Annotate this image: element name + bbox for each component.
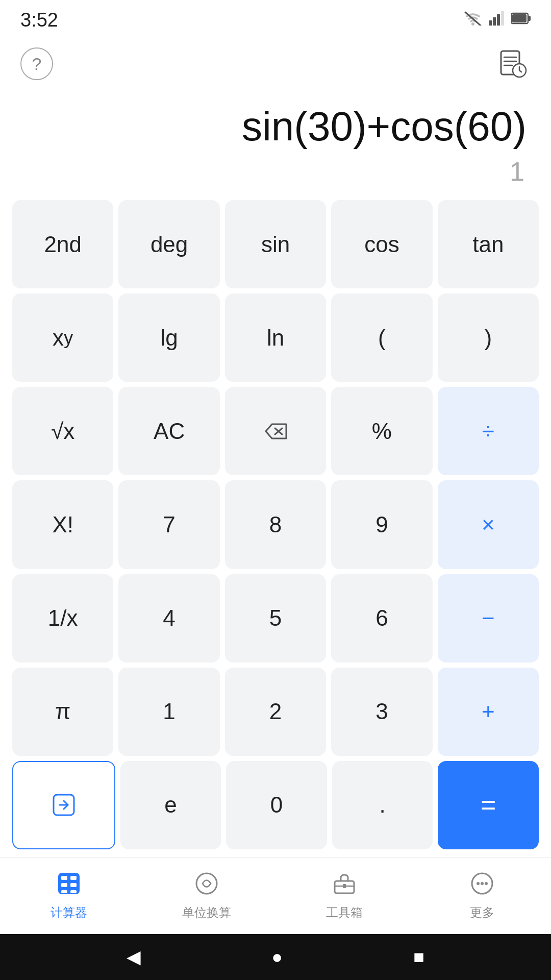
key-5[interactable]: 5 [225, 574, 326, 663]
key-0[interactable]: 0 [226, 761, 327, 849]
nav-calculator-label: 计算器 [51, 904, 87, 921]
key-9[interactable]: 9 [331, 480, 432, 569]
keypad: 2nd deg sin cos tan xy lg ln ( ) √x AC %… [0, 192, 551, 857]
nav-more-label: 更多 [470, 904, 494, 921]
nav-more[interactable]: 更多 [413, 858, 551, 934]
nav-toolbox[interactable]: 工具箱 [276, 858, 413, 934]
key-xpow[interactable]: xy [12, 293, 113, 382]
svg-rect-28 [343, 884, 346, 888]
backspace-icon [264, 422, 287, 440]
svg-point-32 [485, 882, 488, 885]
key-pi[interactable]: π [12, 668, 113, 756]
svg-rect-7 [528, 16, 531, 21]
nav-convert[interactable]: 单位换算 [138, 858, 276, 934]
result: 1 [24, 156, 527, 187]
convert-nav-icon [195, 872, 218, 900]
svg-rect-2 [489, 20, 492, 26]
help-button[interactable]: ? [20, 47, 53, 80]
battery-icon [511, 12, 531, 29]
more-nav-icon [470, 872, 494, 900]
toolbox-icon [333, 872, 356, 895]
svg-rect-20 [70, 876, 77, 880]
key-4[interactable]: 4 [118, 574, 219, 663]
key-2[interactable]: 2 [225, 668, 326, 756]
key-sin[interactable]: sin [225, 200, 326, 288]
key-row-4: X! 7 8 9 × [12, 480, 539, 569]
svg-rect-19 [61, 876, 67, 880]
svg-rect-5 [501, 11, 504, 26]
history-button[interactable] [495, 46, 531, 82]
svg-point-31 [481, 882, 484, 885]
calculator-icon [57, 872, 81, 895]
key-equals[interactable]: = [438, 761, 539, 849]
key-percent[interactable]: % [331, 387, 432, 475]
key-backspace[interactable] [225, 387, 326, 475]
key-minus[interactable]: − [438, 574, 539, 663]
key-lg[interactable]: lg [118, 293, 219, 382]
history-icon [498, 49, 528, 79]
status-icons [464, 11, 531, 29]
svg-point-25 [196, 873, 217, 894]
key-cos[interactable]: cos [331, 200, 432, 288]
collapse-icon [53, 794, 75, 816]
nav-convert-label: 单位换算 [182, 904, 231, 921]
key-factorial[interactable]: X! [12, 480, 113, 569]
key-ac[interactable]: AC [118, 387, 219, 475]
nav-toolbox-label: 工具箱 [326, 904, 363, 921]
key-8[interactable]: 8 [225, 480, 326, 569]
key-plus[interactable]: + [438, 668, 539, 756]
recent-button[interactable]: ■ [413, 946, 424, 968]
key-row-7: e 0 . = [12, 761, 539, 849]
status-bar: 3:52 [0, 0, 551, 36]
svg-point-0 [471, 22, 474, 26]
key-row-5: 1/x 4 5 6 − [12, 574, 539, 663]
more-icon [470, 872, 494, 895]
key-3[interactable]: 3 [331, 668, 432, 756]
key-collapse[interactable] [12, 761, 115, 849]
calculator-nav-icon [57, 872, 81, 900]
key-row-2: xy lg ln ( ) [12, 293, 539, 382]
key-multiply[interactable]: × [438, 480, 539, 569]
svg-point-30 [477, 882, 480, 885]
svg-rect-24 [70, 890, 77, 893]
key-row-3: √x AC % ÷ [12, 387, 539, 475]
key-ln[interactable]: ln [225, 293, 326, 382]
home-button[interactable]: ● [271, 946, 283, 968]
key-tan[interactable]: tan [438, 200, 539, 288]
signal-icon [489, 11, 504, 29]
key-dot[interactable]: . [332, 761, 433, 849]
key-sqrt[interactable]: √x [12, 387, 113, 475]
svg-rect-22 [70, 883, 77, 887]
back-button[interactable]: ◀ [127, 946, 141, 968]
calculator-display: sin(30)+cos(60) 1 [0, 92, 551, 192]
bottom-nav: 计算器 单位换算 工具箱 [0, 857, 551, 934]
help-icon: ? [32, 54, 42, 74]
key-2nd[interactable]: 2nd [12, 200, 113, 288]
key-7[interactable]: 7 [118, 480, 219, 569]
key-reciprocal[interactable]: 1/x [12, 574, 113, 663]
svg-rect-8 [512, 14, 527, 22]
toolbox-nav-icon [333, 872, 356, 900]
nav-calculator[interactable]: 计算器 [0, 858, 138, 934]
key-divide[interactable]: ÷ [438, 387, 539, 475]
key-e[interactable]: e [120, 761, 221, 849]
top-bar: ? [0, 36, 551, 92]
svg-rect-23 [61, 890, 67, 893]
key-row-6: π 1 2 3 + [12, 668, 539, 756]
convert-icon [195, 872, 218, 895]
key-deg[interactable]: deg [118, 200, 219, 288]
key-rparen[interactable]: ) [438, 293, 539, 382]
wifi-icon [464, 11, 482, 29]
svg-rect-3 [493, 17, 496, 26]
system-nav-bar: ◀ ● ■ [0, 934, 551, 980]
status-time: 3:52 [20, 9, 58, 31]
expression: sin(30)+cos(60) [24, 102, 527, 151]
svg-rect-21 [61, 883, 67, 887]
svg-rect-4 [497, 14, 500, 26]
key-lparen[interactable]: ( [331, 293, 432, 382]
key-row-1: 2nd deg sin cos tan [12, 200, 539, 288]
key-6[interactable]: 6 [331, 574, 432, 663]
key-1[interactable]: 1 [118, 668, 219, 756]
